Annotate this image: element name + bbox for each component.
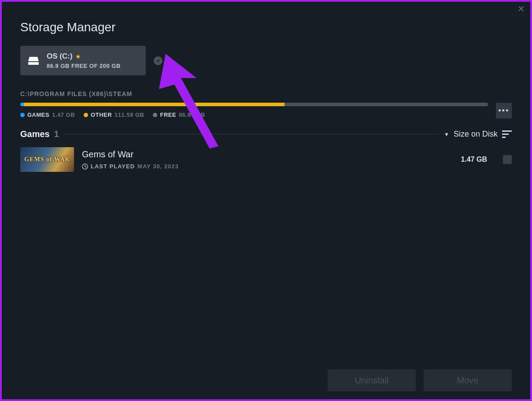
library-path: C:\PROGRAM FILES (X86)\STEAM [20, 90, 512, 97]
svg-rect-3 [502, 137, 506, 138]
sort-label[interactable]: Size on Disk [454, 130, 498, 139]
add-drive-button[interactable]: ＋ [154, 56, 163, 65]
legend-value: 1.47 GB [52, 111, 75, 118]
game-size: 1.47 GB [461, 156, 487, 163]
ellipsis-icon: ••• [499, 106, 510, 115]
divider [63, 134, 440, 134]
game-thumbnail: GEMS of WAR [20, 147, 74, 172]
legend-value: 111.59 GB [115, 111, 144, 118]
plus-icon: ＋ [155, 57, 161, 65]
drive-icon [27, 56, 40, 66]
legend-label: OTHER [91, 111, 112, 118]
drive-name: OS (C:) [47, 52, 73, 61]
sort-icon[interactable] [502, 130, 512, 138]
svg-rect-0 [28, 62, 39, 65]
clock-icon [82, 163, 88, 170]
game-row[interactable]: GEMS of WARGems of WarLAST PLAYEDMAY 30,… [20, 145, 512, 174]
game-checkbox[interactable] [503, 155, 512, 164]
star-icon: ★ [75, 53, 81, 60]
dot-icon [153, 113, 157, 117]
dot-icon [84, 113, 88, 117]
dot-icon [20, 113, 25, 117]
move-button[interactable]: Move [424, 369, 512, 391]
last-played-value: MAY 30, 2023 [137, 163, 179, 170]
uninstall-button[interactable]: Uninstall [328, 369, 416, 391]
svg-rect-2 [502, 134, 509, 135]
legend-label: FREE [160, 111, 176, 118]
legend-label: GAMES [27, 111, 49, 118]
legend-item-other: OTHER111.59 GB [84, 111, 144, 118]
usage-bar [20, 103, 488, 106]
games-heading: Games [20, 129, 50, 139]
page-title: Storage Manager [20, 20, 512, 34]
legend-item-free: FREE86.94 GB [153, 111, 205, 118]
usage-segment-games [20, 103, 24, 106]
game-title: Gems of War [82, 149, 453, 160]
options-button[interactable]: ••• [496, 103, 512, 119]
svg-rect-1 [502, 130, 512, 132]
last-played-label: LAST PLAYED [91, 163, 135, 170]
legend-value: 86.94 GB [179, 111, 205, 118]
game-thumb-text: GEMS of WAR [24, 156, 70, 163]
drive-card-os-c[interactable]: OS (C:) ★ 86.9 GB FREE OF 200 GB [20, 46, 146, 75]
usage-segment-free [284, 103, 488, 106]
games-count: 1 [54, 129, 59, 139]
close-icon[interactable]: ✕ [517, 4, 525, 13]
drive-free-text: 86.9 GB FREE OF 200 GB [47, 63, 121, 69]
usage-legend: GAMES1.47 GBOTHER111.59 GBFREE86.94 GB [20, 111, 488, 118]
chevron-down-icon[interactable]: ▼ [444, 131, 449, 137]
legend-item-games: GAMES1.47 GB [20, 111, 75, 118]
usage-segment-other [24, 103, 285, 106]
